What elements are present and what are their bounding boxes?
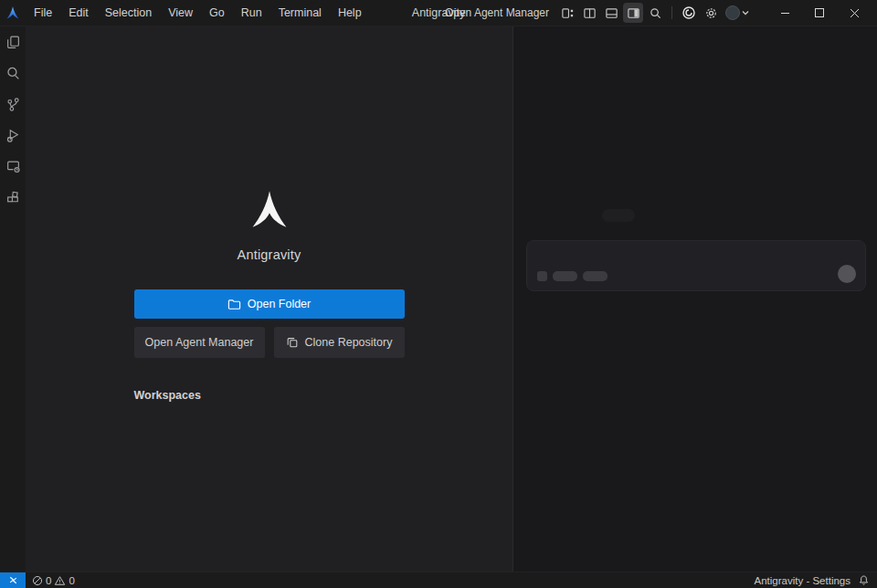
split-editor-icon[interactable] bbox=[579, 3, 599, 23]
welcome-column: Antigravity Open Folder Open Agent Manag… bbox=[134, 188, 405, 402]
source-control-icon[interactable] bbox=[0, 89, 26, 120]
warnings-icon bbox=[54, 575, 66, 586]
bell-icon[interactable] bbox=[858, 574, 870, 586]
problems-indicator[interactable]: 0 0 bbox=[26, 572, 81, 588]
send-button-placeholder[interactable] bbox=[838, 265, 856, 283]
titlebar-separator bbox=[671, 6, 672, 19]
app-name: Antigravity bbox=[238, 247, 301, 262]
folder-icon bbox=[227, 298, 241, 311]
app-window: File Edit Selection View Go Run Terminal… bbox=[0, 0, 877, 588]
menu-run[interactable]: Run bbox=[233, 0, 270, 26]
open-folder-button[interactable]: Open Folder bbox=[134, 289, 405, 319]
account-avatar[interactable] bbox=[725, 5, 751, 20]
agent-manager-icon[interactable] bbox=[557, 3, 577, 23]
titlebar-right: Open Agent Manager bbox=[445, 0, 877, 26]
menu-bar: File Edit Selection View Go Run Terminal… bbox=[26, 0, 370, 26]
secondary-buttons-row: Open Agent Manager Clone Repository bbox=[134, 327, 405, 358]
titlebar-left: File Edit Selection View Go Run Terminal… bbox=[0, 0, 370, 26]
search-icon[interactable] bbox=[645, 3, 665, 23]
explorer-icon[interactable] bbox=[0, 26, 26, 58]
activity-bar bbox=[0, 26, 26, 572]
menu-go[interactable]: Go bbox=[201, 0, 233, 26]
welcome-page: Antigravity Open Folder Open Agent Manag… bbox=[26, 26, 513, 572]
extensions-icon[interactable] bbox=[0, 182, 26, 213]
status-bar: 0 0 Antigravity - Settings bbox=[0, 572, 877, 588]
settings-gear-icon[interactable] bbox=[701, 3, 721, 23]
search-icon[interactable] bbox=[0, 58, 26, 89]
main-area: Antigravity Open Folder Open Agent Manag… bbox=[0, 26, 877, 572]
skeleton-blob bbox=[602, 209, 635, 222]
clone-repository-label: Clone Repository bbox=[305, 336, 393, 349]
minimize-button[interactable] bbox=[767, 0, 802, 26]
menu-help[interactable]: Help bbox=[330, 0, 370, 26]
remote-icon bbox=[7, 574, 19, 586]
menu-terminal[interactable]: Terminal bbox=[270, 0, 330, 26]
app-logo-icon bbox=[0, 5, 26, 20]
skeleton-chips bbox=[537, 271, 608, 281]
remote-window-icon[interactable] bbox=[0, 151, 26, 182]
workspaces-heading: Workspaces bbox=[134, 389, 405, 402]
run-debug-icon[interactable] bbox=[0, 120, 26, 151]
open-agent-manager-label: Open Agent Manager bbox=[145, 336, 254, 349]
open-folder-label: Open Folder bbox=[248, 298, 311, 310]
toggle-secondary-sidebar-icon[interactable] bbox=[623, 3, 643, 23]
titlebar: File Edit Selection View Go Run Terminal… bbox=[0, 0, 877, 26]
menu-view[interactable]: View bbox=[160, 0, 201, 26]
errors-count: 0 bbox=[46, 575, 51, 586]
avatar bbox=[725, 5, 740, 20]
antigravity-logo bbox=[248, 188, 291, 231]
menu-file[interactable]: File bbox=[26, 0, 60, 26]
skeleton-chip-pill bbox=[583, 271, 608, 281]
open-agent-manager-button[interactable]: Open Agent Manager bbox=[134, 327, 265, 358]
skeleton-chip-square bbox=[537, 271, 547, 281]
window-title: Antigravity bbox=[412, 0, 465, 26]
errors-icon bbox=[32, 575, 43, 586]
agent-input-skeleton[interactable] bbox=[526, 240, 866, 291]
clone-icon bbox=[286, 336, 299, 349]
chevron-down-icon bbox=[740, 7, 751, 18]
close-button[interactable] bbox=[837, 0, 872, 26]
menu-edit[interactable]: Edit bbox=[60, 0, 97, 26]
maximize-button[interactable] bbox=[802, 0, 837, 26]
warnings-count: 0 bbox=[69, 575, 74, 586]
remote-indicator[interactable] bbox=[0, 572, 26, 588]
settings-context-label[interactable]: Antigravity - Settings bbox=[755, 575, 851, 586]
skeleton-chip-pill bbox=[553, 271, 577, 281]
window-controls bbox=[767, 0, 872, 26]
gemini-icon[interactable] bbox=[679, 3, 699, 23]
toggle-panel-icon[interactable] bbox=[601, 3, 621, 23]
clone-repository-button[interactable]: Clone Repository bbox=[274, 327, 405, 358]
statusbar-right: Antigravity - Settings bbox=[755, 572, 877, 588]
agent-side-panel bbox=[513, 26, 877, 572]
menu-selection[interactable]: Selection bbox=[97, 0, 160, 26]
